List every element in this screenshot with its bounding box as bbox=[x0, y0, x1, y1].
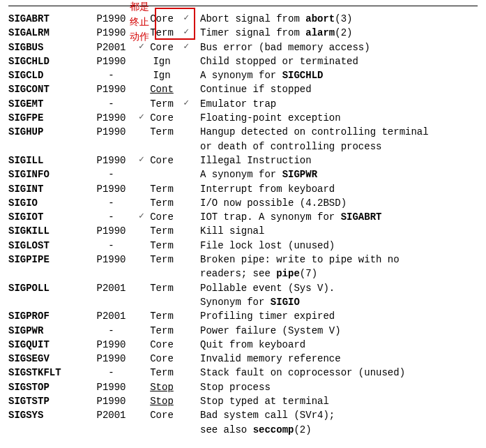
description: A synonym for SIGPWR bbox=[186, 167, 478, 181]
signal-name: SIGQUIT bbox=[8, 338, 85, 352]
standard: P1990 bbox=[85, 182, 137, 196]
signal-name: SIGCLD bbox=[8, 68, 85, 82]
signal-name: SIGTSTP bbox=[8, 394, 85, 408]
description: IOT trap. A synonym for SIGABRT bbox=[186, 210, 478, 224]
default-action: Ign bbox=[137, 68, 186, 82]
signal-name: SIGSTOP bbox=[8, 380, 85, 394]
description: Kill signal bbox=[186, 224, 478, 238]
description: Bad system call (SVr4); bbox=[186, 408, 478, 422]
default-action: Stop bbox=[137, 380, 186, 394]
table-row: SIGPROFP2001TermProfiling timer expired bbox=[8, 309, 478, 323]
table-row: SIGCONTP1990ContContinue if stopped bbox=[8, 82, 478, 96]
default-action: Term bbox=[137, 309, 186, 323]
signal-name: SIGIOT bbox=[8, 210, 85, 224]
standard: - bbox=[85, 196, 137, 210]
default-action: Term bbox=[137, 281, 186, 295]
signal-name: SIGPOLL bbox=[8, 281, 85, 295]
signal-name: SIGABRT bbox=[8, 12, 85, 26]
standard: P1990 bbox=[85, 380, 137, 394]
standard: - bbox=[85, 68, 137, 82]
standard: P1990 bbox=[85, 54, 137, 68]
description: Pollable event (Sys V). bbox=[186, 281, 478, 295]
standard: P1990 bbox=[85, 352, 137, 366]
description: Stack fault on coprocessor (unused) bbox=[186, 366, 478, 380]
signal-name: SIGLOST bbox=[8, 239, 85, 253]
description-cont: Synonym for SIGIO bbox=[186, 295, 478, 309]
table-row: SIGLOST-TermFile lock lost (unused) bbox=[8, 239, 478, 253]
signal-name: SIGEMT bbox=[8, 97, 85, 111]
standard: P1990 bbox=[85, 26, 137, 40]
description: Profiling timer expired bbox=[186, 309, 478, 323]
default-action: Term bbox=[137, 224, 186, 238]
description: Hangup detected on controlling terminal bbox=[186, 125, 478, 139]
default-action: Term bbox=[137, 182, 186, 196]
default-action: Core✓ bbox=[137, 111, 186, 125]
default-action: Term✓ bbox=[137, 26, 186, 40]
description: Quit from keyboard bbox=[186, 338, 478, 352]
table-row: SIGSTOPP1990StopStop process bbox=[8, 380, 478, 394]
default-action: Core✓ bbox=[137, 12, 186, 26]
description: A synonym for SIGCHLD bbox=[186, 68, 478, 82]
description: Bus error (bad memory access) bbox=[186, 40, 478, 54]
signal-name: SIGKILL bbox=[8, 224, 85, 238]
table-row: SIGSYSP2001CoreBad system call (SVr4); bbox=[8, 408, 478, 422]
description-cont: or death of controlling process bbox=[186, 140, 478, 154]
standard: - bbox=[85, 324, 137, 338]
table-row: SIGPWR-TermPower failure (System V) bbox=[8, 324, 478, 338]
default-action: Cont bbox=[137, 82, 186, 96]
description: Stop typed at terminal bbox=[186, 394, 478, 408]
table-row-continuation: see also seccomp(2) bbox=[8, 423, 478, 437]
checkmark-icon: ✓ bbox=[139, 111, 144, 124]
description: Broken pipe: write to pipe with no bbox=[186, 253, 478, 267]
standard: P2001 bbox=[85, 281, 137, 295]
standard: - bbox=[85, 167, 137, 181]
signal-name: SIGALRM bbox=[8, 26, 85, 40]
description: Continue if stopped bbox=[186, 82, 478, 96]
table-row-continuation: Synonym for SIGIO bbox=[8, 295, 478, 309]
table-row: SIGIOT-Core✓IOT trap. A synonym for SIGA… bbox=[8, 210, 478, 224]
default-action: Term bbox=[137, 366, 186, 380]
table-row: SIGINTP1990TermInterrupt from keyboard bbox=[8, 182, 478, 196]
standard: P1990 bbox=[85, 82, 137, 96]
signal-name: SIGPIPE bbox=[8, 253, 85, 267]
signal-name: SIGCHLD bbox=[8, 54, 85, 68]
description: Illegal Instruction bbox=[186, 154, 478, 167]
standard: - bbox=[85, 366, 137, 380]
signal-name: SIGCONT bbox=[8, 82, 85, 96]
table-row: SIGINFO-A synonym for SIGPWR bbox=[8, 167, 478, 181]
checkmark-icon: ✓ bbox=[139, 210, 144, 223]
description: File lock lost (unused) bbox=[186, 239, 478, 253]
table-row: SIGIO-TermI/O now possible (4.2BSD) bbox=[8, 196, 478, 210]
standard: P2001 bbox=[85, 309, 137, 323]
description: I/O now possible (4.2BSD) bbox=[186, 196, 478, 210]
default-action: Term bbox=[137, 324, 186, 338]
checkmark-icon: ✓ bbox=[139, 154, 144, 167]
table-row: SIGPOLLP2001TermPollable event (Sys V). bbox=[8, 281, 478, 295]
standard: P2001 bbox=[85, 408, 137, 422]
table-row: SIGTSTPP1990StopStop typed at terminal bbox=[8, 394, 478, 408]
table-row-continuation: or death of controlling process bbox=[8, 140, 478, 154]
default-action: Ign bbox=[137, 54, 186, 68]
signal-name: SIGSYS bbox=[8, 408, 85, 422]
signal-name: SIGPROF bbox=[8, 309, 85, 323]
default-action: Term bbox=[137, 253, 186, 267]
table-row: SIGILLP1990Core✓Illegal Instruction bbox=[8, 154, 478, 167]
description-cont: readers; see pipe(7) bbox=[186, 267, 478, 281]
table-row: SIGHUPP1990TermHangup detected on contro… bbox=[8, 125, 478, 139]
signal-name: SIGILL bbox=[8, 154, 85, 167]
table-row: SIGQUITP1990CoreQuit from keyboard bbox=[8, 338, 478, 352]
default-action: Stop bbox=[137, 394, 186, 408]
signal-name: SIGINT bbox=[8, 182, 85, 196]
description: Stop process bbox=[186, 380, 478, 394]
table-row: SIGCLD-IgnA synonym for SIGCHLD bbox=[8, 68, 478, 82]
table-row: SIGPIPEP1990TermBroken pipe: write to pi… bbox=[8, 253, 478, 267]
table-row: SIGBUSP2001Core✓✓Bus error (bad memory a… bbox=[8, 40, 478, 54]
standard: P1990 bbox=[85, 224, 137, 238]
description: Timer signal from alarm(2) bbox=[186, 26, 478, 40]
description: Interrupt from keyboard bbox=[186, 182, 478, 196]
signal-name: SIGIO bbox=[8, 196, 85, 210]
signal-name: SIGSEGV bbox=[8, 352, 85, 366]
description: Emulator trap bbox=[186, 97, 478, 111]
default-action: Term bbox=[137, 125, 186, 139]
standard: P1990 bbox=[85, 253, 137, 267]
